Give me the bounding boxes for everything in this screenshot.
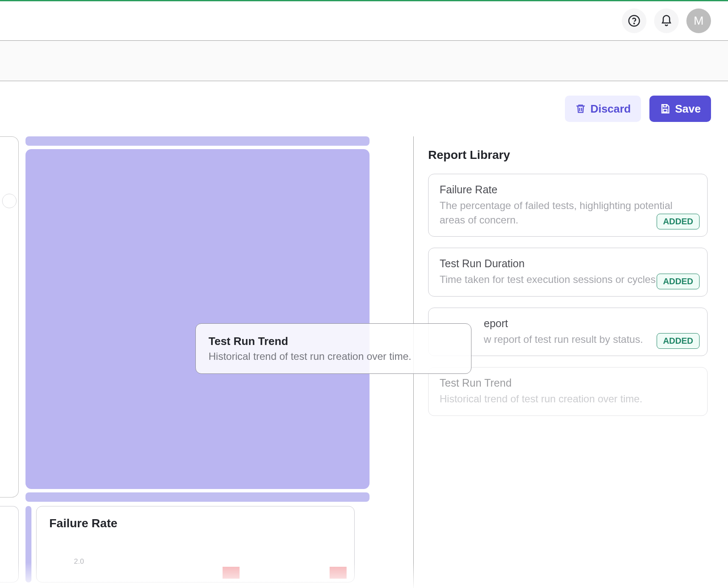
added-badge: ADDED [657, 274, 700, 289]
discard-button[interactable]: Discard [565, 96, 641, 122]
library-item-title: Failure Rate [440, 184, 696, 196]
avatar[interactable]: M [686, 8, 711, 33]
avatar-initial: M [694, 14, 703, 28]
drop-indicator-bottom [25, 492, 370, 502]
svg-rect-2 [663, 109, 667, 112]
cropped-widget-left [0, 136, 19, 498]
main-area: Failure Rate 2.0 Report Library Failure … [0, 136, 728, 588]
help-circle-icon [628, 14, 641, 27]
notifications-button[interactable] [654, 8, 679, 33]
svg-point-1 [634, 23, 635, 24]
library-item-title: Test Run Trend [440, 377, 696, 389]
failure-rate-widget[interactable]: Failure Rate 2.0 [36, 506, 355, 582]
save-button[interactable]: Save [649, 96, 711, 122]
failure-rate-chart: 2.0 [49, 540, 341, 579]
dropzone-slot[interactable] [25, 149, 370, 489]
dragging-report-card[interactable]: Test Run Trend Historical trend of test … [195, 323, 471, 374]
chart-bar [223, 567, 240, 579]
discard-label: Discard [590, 102, 631, 116]
library-item-description: Historical trend of test run creation ov… [440, 392, 696, 406]
top-bar: M [0, 0, 728, 40]
chart-bar [330, 567, 347, 579]
help-button[interactable] [622, 8, 646, 33]
library-item-test-run-trend[interactable]: Test Run Trend Historical trend of test … [428, 367, 708, 416]
added-badge: ADDED [657, 333, 700, 349]
left-strip [25, 506, 31, 582]
library-title: Report Library [428, 148, 708, 162]
y-tick-label: 2.0 [74, 557, 84, 566]
action-bar: Discard Save [0, 81, 728, 136]
save-label: Save [675, 102, 701, 116]
trash-icon [575, 103, 586, 114]
library-item-test-run-duration[interactable]: Test Run Duration Time taken for test ex… [428, 248, 708, 297]
dragging-card-title: Test Run Trend [209, 335, 458, 348]
library-item-failure-rate[interactable]: Failure Rate The percentage of failed te… [428, 174, 708, 237]
secondary-bar [0, 40, 728, 81]
dragging-card-description: Historical trend of test run creation ov… [209, 351, 458, 362]
library-item-title: Test Run Duration [440, 257, 696, 270]
added-badge: ADDED [657, 214, 700, 229]
right-strip [354, 506, 355, 582]
widget-title: Failure Rate [49, 517, 341, 530]
library-item-title: eport [484, 317, 696, 330]
badge-circle [2, 194, 17, 208]
cropped-widget-bottom-left [0, 506, 19, 582]
save-icon [660, 103, 671, 114]
bell-icon [660, 14, 673, 27]
drop-indicator-top [25, 136, 370, 146]
